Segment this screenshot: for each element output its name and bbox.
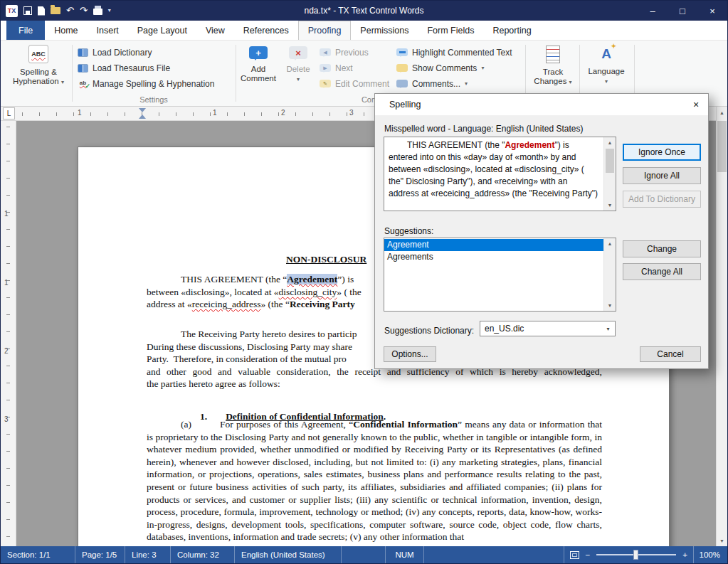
previous-comment-button[interactable]: ◀ Previous [320,45,369,60]
chevron-down-icon: ▾ [481,65,484,71]
minimize-button[interactable]: – [638,1,668,21]
status-line[interactable]: Line: 3 [125,546,171,563]
zoom-controls: − + [564,546,693,563]
tab-page-layout[interactable]: Page Layout [128,21,196,40]
zoom-percentage[interactable]: 100% [693,546,727,563]
maximize-button[interactable]: □ [668,1,697,21]
scroll-up-icon[interactable]: ▲ [604,238,616,249]
tab-form-fields[interactable]: Form Fields [418,21,483,40]
zoom-out-button[interactable]: − [586,550,591,559]
ribbon-tabs: File Home Insert Page Layout View Refere… [1,21,727,41]
ignore-all-button[interactable]: Ignore All [623,167,701,184]
chevron-down-icon: ▾ [465,80,468,87]
tab-view[interactable]: View [196,21,234,40]
print-icon[interactable] [93,9,102,15]
previous-comment-icon: ◀ [320,48,331,56]
zoom-in-button[interactable]: + [682,550,687,559]
change-all-button[interactable]: Change All [623,263,701,280]
status-num-lock[interactable]: NUM [386,546,424,563]
vertical-scrollbar[interactable]: ▲ ▼ [716,107,727,546]
new-document-icon[interactable] [38,6,45,16]
open-folder-icon[interactable] [51,7,60,14]
load-dictionary-button[interactable]: Load Dictionary [78,45,152,60]
highlight-commented-text-button[interactable]: Highlight Commented Text [396,45,512,60]
save-icon[interactable] [23,6,32,15]
status-insert-mode[interactable] [342,546,386,563]
manage-spelling-hyphenation-button[interactable]: ab✓ Manage Spelling & Hyphenation [78,76,214,91]
context-scrollbar[interactable]: ▲ ▼ [603,137,616,211]
zoom-fit-icon[interactable] [570,551,579,559]
scrollbar-thumb[interactable] [606,149,614,173]
redo-icon[interactable]: ↷ [80,5,88,16]
status-language[interactable]: English (United States) [235,546,342,563]
dialog-close-button[interactable]: × [684,94,708,115]
app-icon[interactable]: TX [6,5,18,17]
document-paragraph-a: (a)For purposes of this Agreement, “Conf… [147,418,602,543]
show-comments-button[interactable]: Show Comments ▾ [396,60,484,75]
cancel-button[interactable]: Cancel [640,346,701,362]
suggestion-item[interactable]: Agreements [384,251,603,263]
dialog-title-bar[interactable]: Spelling × [375,94,708,115]
load-thesaurus-button[interactable]: Load Thesaurus File [78,60,170,75]
scroll-down-icon[interactable]: ▼ [604,200,616,211]
show-comments-icon [396,64,408,72]
tab-home[interactable]: Home [45,21,87,40]
chevron-down-icon: ▾ [61,79,64,85]
dictionary-value: en_US.dic [480,324,601,334]
suggestions-dictionary-label: Suggestions Dictionary: [384,326,474,336]
thesaurus-icon [78,64,88,73]
add-to-dictionary-button[interactable]: Add To Dictionary [623,191,701,208]
tab-selector[interactable]: L [3,107,15,119]
track-changes-button[interactable]: Track Changes ▾ [528,43,578,100]
group-separator [72,45,73,102]
status-page[interactable]: Page: 1/5 [75,546,125,563]
add-comment-button[interactable]: + Add Comment [238,43,278,100]
vertical-ruler[interactable]: 1 1 2 3 [1,121,16,546]
scroll-down-icon[interactable]: ▼ [717,535,727,546]
chevron-down-icon: ▾ [569,79,572,85]
undo-icon[interactable]: ↶ [66,5,74,16]
tab-file[interactable]: File [6,21,45,40]
chevron-down-icon: ▾ [297,76,300,83]
next-comment-button[interactable]: ▶ Next [320,60,353,75]
suggestion-item[interactable]: Agreement [384,239,603,251]
zoom-slider-thumb[interactable] [633,550,638,560]
spelling-hyphenation-button[interactable]: ABC Spelling & Hyphenation ▾ [8,43,69,100]
group-separator [236,45,236,102]
scroll-up-icon[interactable]: ▲ [717,107,727,118]
status-column[interactable]: Column: 32 [171,546,235,563]
tab-references[interactable]: References [234,21,298,40]
tab-proofing[interactable]: Proofing [298,21,352,40]
scroll-down-icon[interactable]: ▼ [604,300,616,311]
ruler-number: 1 [4,279,9,287]
language-icon: A✦ [598,45,615,63]
status-section[interactable]: Section: 1/1 [1,546,75,563]
left-indent-marker[interactable] [139,111,146,119]
close-button[interactable]: × [697,1,727,21]
scroll-up-icon[interactable]: ▲ [604,137,616,148]
options-button[interactable]: Options... [384,346,436,362]
next-comment-icon: ▶ [320,64,331,72]
quick-access-toolbar: TX ↶ ↷ ▾ [1,5,111,17]
suggestions-list[interactable]: Agreement Agreements ▲ ▼ [384,238,616,312]
suggestions-scrollbar[interactable]: ▲ ▼ [603,238,616,311]
title-bar: TX ↶ ↷ ▾ nda.tx* - TX Text Control Words… [1,1,727,21]
ruler-number: 3 [349,109,354,117]
scrollbar-thumb[interactable] [717,121,727,172]
dictionary-dropdown[interactable]: en_US.dic ▾ [480,321,616,336]
misspelled-context-box[interactable]: THIS AGREEMENT (the "Agredement") is ent… [384,137,616,211]
change-button[interactable]: Change [623,240,701,257]
misspelled-word-selection[interactable]: Agredement [287,274,337,284]
edit-comment-button[interactable]: ✎ Edit Comment [320,76,389,91]
tab-reporting[interactable]: Reporting [483,21,540,40]
tab-permissions[interactable]: Permissions [351,21,418,40]
toolbar-options-caret-icon[interactable]: ▾ [108,5,111,16]
language-button[interactable]: A✦ Language ▾ [583,43,630,100]
delete-comment-button[interactable]: × Delete ▾ [281,43,315,100]
comments-menu-button[interactable]: Comments... ▾ [396,76,468,91]
dictionary-icon [78,48,88,57]
tab-insert[interactable]: Insert [88,21,128,40]
comments-icon [396,80,408,87]
ignore-once-button[interactable]: Ignore Once [623,144,701,161]
zoom-slider[interactable] [596,554,676,555]
